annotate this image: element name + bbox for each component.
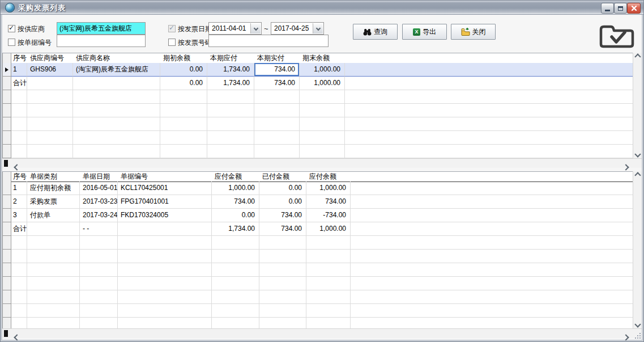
supplier-grid-header: 序号 供应商编号 供应商名称 期初余额 本期应付 本期实付 期末余额 [2,53,633,64]
col-header-doc-type[interactable]: 单据类别 [27,172,80,182]
col-header-doc-date[interactable]: 单据日期 [80,172,118,182]
cell-supplier-code[interactable]: GHS906 [27,63,73,77]
cell-payable-balance[interactable]: -734.00 [306,209,351,222]
supplier-row-selected[interactable]: 1 GHS906 (淘宝网)辰希五金旗舰店 0.00 1,734.00 734.… [2,63,633,77]
chevron-down-icon [253,26,258,31]
by-supplier-label: 按供应商 [18,24,45,34]
scroll-down-icon[interactable] [633,152,642,157]
row-indicator-cell [2,304,11,318]
close-button[interactable]: 关闭 [451,24,496,40]
supplier-filter-input[interactable] [57,22,146,35]
cell-opening-balance[interactable]: 0.00 [160,63,207,77]
cell-empty [80,236,118,250]
query-button[interactable]: 查询 [353,24,398,40]
maximize-button[interactable] [614,3,627,14]
date-from-combobox[interactable]: 2011-04-01 [208,22,262,35]
col-header-period-paid[interactable]: 本期实付 [254,53,300,64]
col-header-supplier-name[interactable]: 供应商名称 [73,53,160,64]
document-row[interactable]: 1 应付期初余额 2016-05-01 KCL170425001 1,000.0… [2,181,633,195]
col-header-supplier-code[interactable]: 供应商编号 [27,53,73,64]
cell-seq[interactable]: 1 [11,63,27,77]
cell-doc-no[interactable]: FPG170401001 [118,195,212,209]
cell-period-paid-focused[interactable]: 734.00 [254,63,300,77]
scroll-down-icon[interactable] [633,322,642,327]
col-header-seq[interactable]: 序号 [11,53,27,64]
by-invoice-no-checkbox[interactable] [168,39,176,46]
export-button[interactable]: X 导出 [402,24,447,40]
cell-doc-date[interactable]: 2016-05-01 [80,181,118,195]
cell-seq[interactable]: 2 [11,195,27,209]
cell-empty [73,104,160,117]
document-row[interactable]: 2 采购发票 2017-03-23 FPG170401001 734.00 0.… [2,195,633,209]
cell-total-payable: 1,734.00 [212,222,259,236]
vertical-scrollbar[interactable] [633,171,642,328]
scroll-right-icon[interactable] [624,162,628,172]
cell-ending-balance[interactable]: 1,000.00 [300,63,345,77]
resize-grip[interactable] [634,332,641,339]
scrollbar-thumb[interactable] [4,330,8,337]
cell-empty [160,90,207,104]
empty-grid-row [2,236,633,250]
by-doc-no-checkbox[interactable] [8,39,15,46]
cell-doc-no[interactable]: KCL170425001 [118,181,212,195]
close-window-button[interactable] [627,3,641,14]
cell-payable-balance[interactable]: 1,000.00 [306,181,351,195]
cell-period-payable[interactable]: 1,734.00 [207,63,254,77]
horizontal-scrollbar[interactable] [2,328,642,338]
cell-doc-type[interactable]: 应付期初余额 [27,181,80,195]
scroll-up-icon[interactable] [633,173,642,178]
vertical-scrollbar[interactable] [633,53,642,158]
cell-payable-balance[interactable]: 734.00 [306,195,351,209]
cell-paid-amount[interactable]: 734.00 [259,209,306,222]
cell-doc-type[interactable]: 采购发票 [27,195,80,209]
doc-no-filter-input[interactable] [57,35,146,47]
col-header-seq[interactable]: 序号 [11,172,27,182]
col-header-doc-no[interactable]: 单据编号 [118,172,212,182]
scroll-left-icon[interactable] [15,162,19,172]
col-header-paid-amount[interactable]: 已付金额 [259,172,306,182]
document-total-row: 合计 - - 1,734.00 734.00 1,000.00 [2,222,633,236]
col-header-payable-balance[interactable]: 应付余额 [306,172,351,182]
cell-empty [254,90,300,104]
col-header-payable-amount[interactable]: 应付金额 [212,172,259,182]
scrollbar-thumb[interactable] [4,160,8,167]
cell-doc-date[interactable]: 2017-03-23 [80,195,118,209]
cell-empty [118,290,212,304]
horizontal-scrollbar[interactable] [2,158,642,168]
by-supplier-checkbox[interactable] [8,25,15,32]
cell-doc-type[interactable]: 付款单 [27,209,80,222]
cell-payable-amount[interactable]: 0.00 [212,209,259,222]
col-header-ending-balance[interactable]: 期末余额 [300,53,345,64]
document-row[interactable]: 3 付款单 2017-03-24 FKD170324005 0.00 734.0… [2,209,633,222]
cell-empty [118,304,212,318]
invoice-no-filter-input[interactable] [208,35,329,47]
cell-empty [27,117,73,131]
scroll-up-icon[interactable] [633,54,642,59]
cell-paid-amount[interactable]: 0.00 [259,195,306,209]
col-header-period-payable[interactable]: 本期应付 [207,53,254,64]
cell-empty [27,131,73,145]
cell-paid-amount[interactable]: 0.00 [259,181,306,195]
row-indicator-cell [2,195,11,209]
date-to-dropdown-button[interactable] [313,23,323,33]
date-to-combobox[interactable]: 2017-04-25 [271,22,324,35]
scroll-right-icon[interactable] [624,332,628,342]
cell-empty [300,117,345,131]
row-indicator-cell [2,318,11,328]
cell-total-paid: 734.00 [254,77,300,90]
date-from-dropdown-button[interactable] [250,23,261,33]
minimize-button[interactable] [601,3,614,14]
row-indicator-cell [2,145,11,158]
current-row-arrow-icon [5,67,8,72]
cell-doc-no[interactable]: FKD170324005 [118,209,212,222]
by-invoice-date-checkbox[interactable] [168,25,176,32]
cell-payable-amount[interactable]: 734.00 [212,195,259,209]
title-bar[interactable]: 采购发票列表 [1,1,643,15]
cell-payable-amount[interactable]: 1,000.00 [212,181,259,195]
col-header-opening-balance[interactable]: 期初余额 [160,53,207,64]
scroll-left-icon[interactable] [15,332,19,342]
cell-doc-date[interactable]: 2017-03-24 [80,209,118,222]
cell-supplier-name[interactable]: (淘宝网)辰希五金旗舰店 [73,63,160,77]
cell-seq[interactable]: 3 [11,209,27,222]
cell-seq[interactable]: 1 [11,181,27,195]
